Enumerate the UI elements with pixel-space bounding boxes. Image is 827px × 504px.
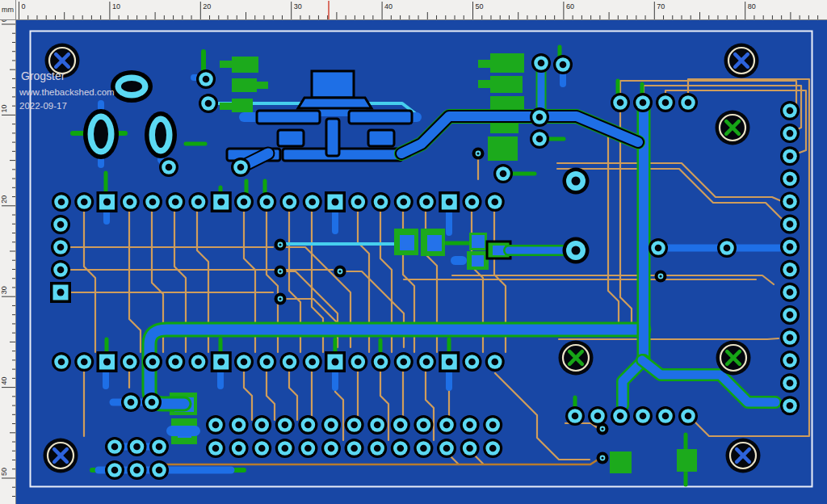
pad[interactable] [298,415,317,435]
pad[interactable] [780,283,800,302]
smd-pad-blue[interactable] [493,246,505,255]
smd-pad-green[interactable] [610,452,632,473]
pad[interactable] [142,393,162,412]
smd-pad-green[interactable] [478,80,490,88]
pad[interactable] [74,352,94,372]
pad[interactable] [780,169,800,188]
pad[interactable] [345,415,364,435]
pad[interactable] [52,352,71,372]
pad[interactable] [252,439,271,458]
vertical-ruler[interactable]: 01020304050 [0,20,16,504]
pad[interactable] [563,168,590,195]
pad[interactable] [229,439,249,458]
pad[interactable] [199,94,218,113]
smd-pad-blue[interactable] [427,235,442,251]
smd-pad-green[interactable] [220,61,232,68]
pad[interactable] [206,415,225,435]
pad-square[interactable] [211,191,232,212]
pad[interactable] [780,215,800,234]
via[interactable] [597,452,609,464]
pad-square[interactable] [50,282,71,303]
pad[interactable] [463,192,482,212]
pad[interactable] [367,439,387,458]
smd-pad-green[interactable] [488,136,518,161]
pad[interactable] [780,124,800,143]
pad[interactable] [649,238,668,258]
pad[interactable] [780,237,800,257]
smd-pad-green[interactable] [257,82,268,89]
pad[interactable] [74,192,94,212]
via[interactable] [597,423,609,435]
pad[interactable] [149,460,169,480]
pad[interactable] [391,415,410,435]
pad[interactable] [51,215,70,234]
pad[interactable] [149,437,169,456]
pad[interactable] [485,352,505,372]
pad-square[interactable] [97,351,118,372]
via-hole-green[interactable] [716,111,750,145]
pad[interactable] [417,352,436,372]
pad[interactable] [611,406,630,426]
pad[interactable] [394,192,414,212]
pad[interactable] [166,352,185,372]
pad[interactable] [231,158,250,177]
pad[interactable] [633,406,653,426]
pad[interactable] [51,237,70,257]
pad[interactable] [321,439,341,458]
smd-pad-green[interactable] [478,60,490,68]
pad[interactable] [780,101,800,120]
pad[interactable] [780,396,800,415]
pad-oval[interactable] [111,70,153,103]
smd-pad-green[interactable] [490,53,524,73]
pad[interactable] [460,439,480,458]
pad[interactable] [780,373,800,393]
pad[interactable] [394,352,414,372]
pad[interactable] [105,437,124,456]
pad[interactable] [367,415,387,435]
pad[interactable] [196,69,216,89]
pad[interactable] [780,146,800,166]
pad[interactable] [189,192,208,212]
pad[interactable] [531,53,551,73]
pad[interactable] [414,439,433,458]
via[interactable] [334,266,346,278]
pad[interactable] [483,415,502,435]
pad-square[interactable] [439,351,460,372]
pad[interactable] [780,305,800,325]
pad[interactable] [128,437,147,456]
pad[interactable] [530,107,549,127]
pad[interactable] [417,192,436,212]
via-hole-green[interactable] [559,341,594,376]
pad[interactable] [780,351,800,370]
pad[interactable] [234,192,254,212]
pad[interactable] [257,352,276,372]
pad[interactable] [493,164,513,183]
pad[interactable] [159,158,178,177]
via[interactable] [472,148,485,160]
pad[interactable] [611,93,630,112]
silkscreen-text-url[interactable]: www.thebackshed.com [19,87,115,97]
via[interactable] [275,293,287,305]
pad[interactable] [483,439,502,458]
smd-pad-blue[interactable] [472,255,484,267]
pad[interactable] [275,415,295,435]
pad[interactable] [460,415,480,435]
pad[interactable] [348,352,367,372]
smd-pad-green[interactable] [232,78,257,92]
pad[interactable] [633,93,653,112]
pad[interactable] [348,192,367,212]
pad[interactable] [391,439,410,458]
pad-oval[interactable] [83,109,119,159]
transistor-body[interactable] [312,71,354,98]
silkscreen-text-date[interactable]: 2022-09-17 [19,101,67,111]
pad[interactable] [206,439,225,458]
smd-pad-green[interactable] [232,57,258,73]
pad-square[interactable] [439,191,460,212]
pad[interactable] [678,93,698,112]
pad[interactable] [656,93,675,112]
pad[interactable] [437,439,456,458]
mount-hole[interactable] [44,439,78,473]
via[interactable] [275,239,287,251]
pad[interactable] [143,352,162,372]
pad[interactable] [275,439,295,458]
